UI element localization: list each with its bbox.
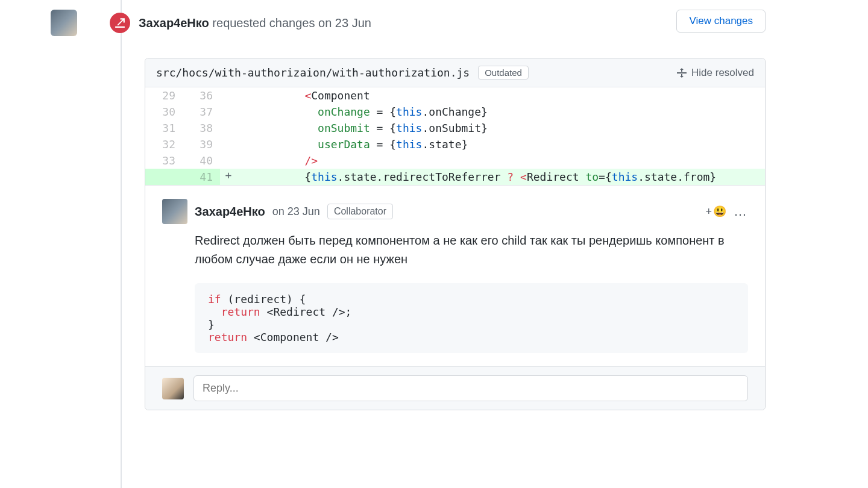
file-header: src/hocs/with-authorizaion/with-authoriz… (145, 58, 765, 87)
reviewer-avatar[interactable] (51, 10, 77, 36)
reply-row (145, 366, 765, 410)
add-reaction-button[interactable]: +😃 (705, 205, 726, 218)
file-path[interactable]: src/hocs/with-authorizaion/with-authoriz… (156, 66, 470, 79)
smiley-icon: 😃 (713, 205, 726, 218)
diff-line: 3239 userData = {this.state} (145, 136, 765, 152)
diff-line: 3138 onSubmit = {this.onSubmit} (145, 120, 765, 136)
diff-line: 3340 /> (145, 152, 765, 169)
collaborator-badge: Collaborator (327, 204, 393, 219)
commenter-avatar[interactable] (162, 199, 187, 224)
code-snippet: if (redirect) { return <Redirect />; } r… (195, 283, 748, 353)
diff-line: 41+ {this.state.redirectToReferrer ? <Re… (145, 169, 765, 185)
comment-timestamp: on 23 Jun (272, 205, 320, 218)
current-user-avatar[interactable] (162, 378, 184, 399)
unfold-icon (677, 68, 687, 78)
author-link[interactable]: Захар4еНко (139, 16, 209, 30)
commenter-name[interactable]: Захар4еНко (195, 205, 265, 219)
reply-input[interactable] (193, 375, 748, 401)
hide-resolved-button[interactable]: Hide resolved (677, 67, 754, 79)
comment-menu-button[interactable]: … (734, 204, 748, 219)
changes-requested-icon (110, 13, 130, 33)
diff-table: 2936 <Component3037 onChange = {this.onC… (145, 87, 765, 185)
diff-line: 3037 onChange = {this.onChange} (145, 104, 765, 120)
review-header: Захар4еНко requested changes on 23 Jun (51, 10, 766, 36)
diff-line: 2936 <Component (145, 87, 765, 104)
comment-body: Redirect должен быть перед компонентом а… (195, 231, 748, 269)
outdated-badge: Outdated (478, 66, 529, 80)
timeline-line (121, 0, 122, 488)
comment-block: Захар4еНко on 23 Jun Collaborator +😃 … R… (145, 185, 765, 366)
review-title: Захар4еНко requested changes on 23 Jun (139, 16, 371, 30)
view-changes-button[interactable]: View changes (676, 10, 766, 33)
review-comment-box: src/hocs/with-authorizaion/with-authoriz… (145, 58, 766, 410)
